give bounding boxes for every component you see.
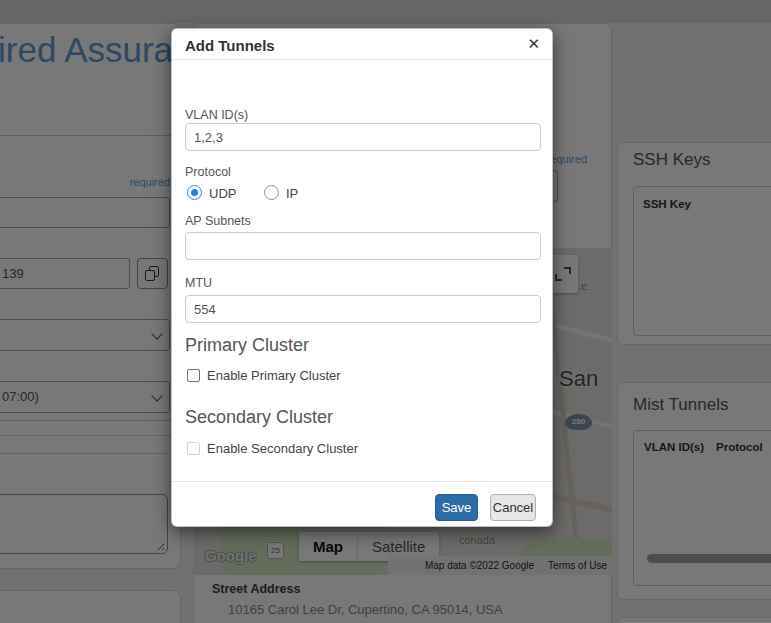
- protocol-label: Protocol: [185, 165, 231, 179]
- modal-title: Add Tunnels: [185, 37, 275, 54]
- screen: ired Assurance required 139 07:00) requi…: [0, 0, 771, 623]
- radio-udp[interactable]: [187, 185, 202, 200]
- vlan-input[interactable]: [185, 123, 541, 151]
- ap-subnets-label: AP Subnets: [185, 214, 251, 228]
- enable-secondary-label[interactable]: Enable Secondary Cluster: [207, 441, 358, 456]
- ap-subnets-input[interactable]: [185, 232, 541, 260]
- add-tunnels-modal: Add Tunnels ✕ VLAN ID(s) Protocol UDP IP…: [171, 28, 553, 527]
- primary-cluster-heading: Primary Cluster: [185, 335, 309, 356]
- mtu-label: MTU: [185, 276, 212, 290]
- radio-udp-label[interactable]: UDP: [209, 186, 236, 201]
- enable-primary-label[interactable]: Enable Primary Cluster: [207, 368, 341, 383]
- secondary-cluster-heading: Secondary Cluster: [185, 407, 333, 428]
- radio-ip-label[interactable]: IP: [286, 186, 298, 201]
- vlan-label: VLAN ID(s): [185, 108, 248, 122]
- close-icon[interactable]: ✕: [527, 35, 540, 53]
- radio-ip[interactable]: [264, 185, 279, 200]
- modal-header-divider: [172, 59, 552, 60]
- modal-footer-divider: [172, 481, 552, 482]
- save-button[interactable]: Save: [435, 494, 478, 521]
- mtu-input[interactable]: [185, 295, 541, 323]
- enable-secondary-checkbox[interactable]: [187, 442, 200, 455]
- cancel-button[interactable]: Cancel: [490, 494, 536, 521]
- enable-primary-checkbox[interactable]: [187, 369, 200, 382]
